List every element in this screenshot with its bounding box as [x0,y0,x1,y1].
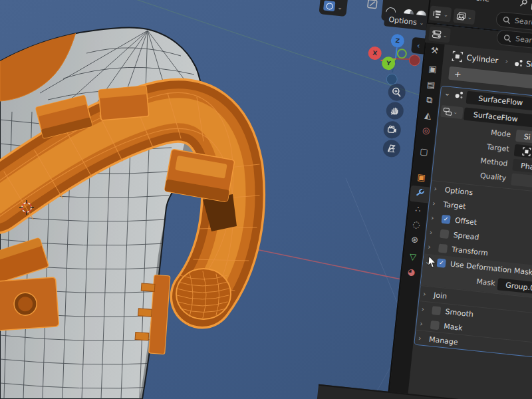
toggle-perspective-button[interactable] [382,139,402,158]
camera-icon [386,124,398,136]
panel-label: Mask [444,322,464,332]
tab-constraints[interactable]: ⊛ [405,233,425,247]
tab-modifiers[interactable] [410,187,430,201]
mask-checkbox[interactable] [430,320,440,329]
pan-button[interactable] [386,101,405,120]
mode-value: Si [523,132,531,142]
spread-checkbox[interactable] [440,229,449,238]
wrench-icon [414,187,426,199]
tab-render[interactable]: ▣ [423,63,443,76]
outliner-display-mode-button[interactable]: ⌄ [429,5,452,22]
properties-icon [431,29,442,39]
chevron-down-icon: ⌄ [454,110,458,116]
panel-label: Spread [453,230,479,241]
chevron-left-icon: ‹ [416,41,420,50]
ui-stage: ⌄ ⌄ Options ⌄ Z X Y [0,0,532,399]
pin-icon[interactable] [517,0,529,9]
node-group-browse-button[interactable]: ⌄ [440,105,464,119]
panel-label: Manage [429,334,459,346]
object-data-icon [452,51,464,63]
tab-physics[interactable]: ◌ [406,217,426,231]
use-deformation-mask-checkbox[interactable]: ✓ [437,258,446,267]
tab-world[interactable]: ◎ [416,124,436,138]
search-icon [502,15,511,24]
chevron-right-icon: › [415,333,425,342]
tab-view-layer[interactable]: ⧉ [420,93,440,107]
chevron-right-icon: › [428,213,438,222]
chevron-right-icon: › [430,184,440,193]
chevron-down-icon: ⌄ [467,14,473,21]
panel-label: Transform [452,245,489,257]
modifier-expand-chevron[interactable]: ⌄ [444,88,451,98]
chevron-right-icon: › [424,242,434,251]
tab-output[interactable]: ▤ [421,78,441,92]
hand-icon [389,105,401,117]
mouse-cursor [427,255,438,271]
chevron-down-icon[interactable]: ⌄ [337,4,343,11]
chevron-right-icon: › [426,227,436,237]
annotate-overlay-icon[interactable] [366,0,379,11]
zoom-icon [391,86,403,98]
camera-view-button[interactable] [382,120,402,140]
panel-label: Target [443,200,466,210]
chevron-down-icon: ⌄ [443,32,448,39]
search-placeholder: Sear [515,35,532,45]
panel-label: Smooth [445,307,474,319]
tab-particles[interactable]: ∴ [408,203,428,217]
panel-label: Options [444,186,473,197]
chevron-down-icon: ⌄ [419,19,424,26]
chevron-right-icon: › [418,304,428,313]
outliner-filter-button[interactable]: ⌄ [453,8,475,25]
tab-scene[interactable]: ◭ [418,108,438,122]
chevron-right-icon: › [416,319,426,328]
proportional-editing-icon[interactable] [323,1,335,12]
chevron-right-icon: › [420,289,430,298]
object-icon [522,146,531,156]
node-tree-icon [443,107,453,116]
panel-label: Join [434,291,448,301]
search-icon [503,34,512,43]
tab-material[interactable]: ◕ [402,265,422,279]
tab-data[interactable]: ▽ [403,250,423,264]
tab-tool[interactable]: ⚒ [425,44,445,58]
mask-value: Group.003 [505,281,532,293]
method-value: Phase [521,161,532,172]
panel-label: Offset [454,215,477,226]
tab-object[interactable]: ▣ [412,171,432,185]
smooth-checkbox[interactable] [432,306,441,315]
chevron-right-icon: › [429,198,439,207]
transform-checkbox[interactable] [438,243,448,253]
chevron-down-icon: ⌄ [444,11,449,18]
grid-icon [386,143,398,155]
options-label: Options [388,15,418,26]
snap-proportional-group: ⌄ [319,0,348,17]
image-stack-icon [456,11,467,21]
properties-editor-type-button[interactable]: ⌄ [428,26,451,43]
hierarchy-icon [432,9,443,18]
tab-collection[interactable]: ▢ [414,145,434,159]
search-placeholder: Search [514,17,532,28]
offset-checkbox[interactable]: ✓ [442,214,451,223]
